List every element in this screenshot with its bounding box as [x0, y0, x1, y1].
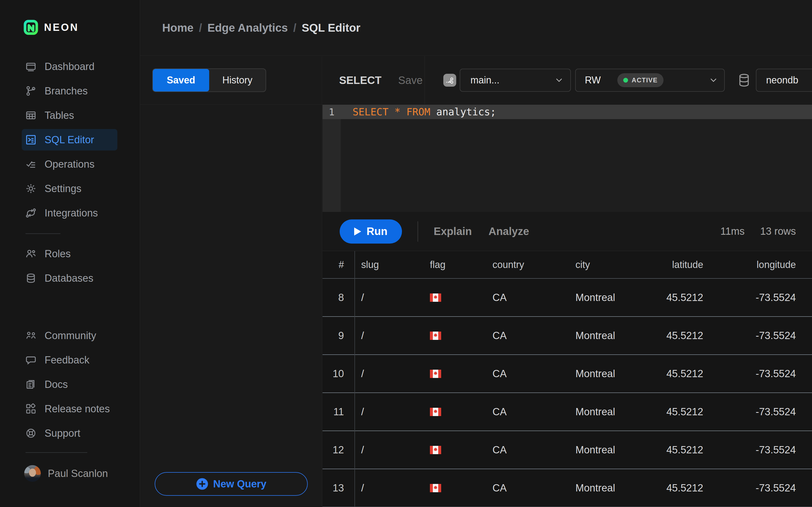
docs-icon [25, 378, 37, 391]
queries-panel-header: Saved History [140, 56, 322, 105]
neon-logo-icon [23, 19, 38, 35]
table-row[interactable]: 13 / CA Montreal 45.5212 -73.5524 [322, 469, 812, 507]
sql-editor-pane: SELECT Save main... RW [322, 56, 812, 507]
sidebar-item-feedback[interactable]: Feedback [22, 349, 117, 371]
sidebar-item-label: Dashboard [45, 61, 95, 72]
sidebar-item-databases[interactable]: Databases [22, 268, 117, 289]
sidebar-item-support[interactable]: Support [22, 422, 117, 444]
sidebar: NEON Dashboard Branches Tables [0, 0, 140, 507]
top-bar: Home / Edge Analytics / SQL Editor [140, 0, 812, 56]
cell-latitude: 45.5212 [659, 330, 706, 341]
support-icon [25, 427, 37, 439]
cell-city: Montreal [569, 330, 659, 341]
roles-icon [25, 247, 37, 260]
results-table-header: # slug flag country city latitude longit… [322, 251, 812, 279]
cell-city: Montreal [569, 482, 659, 494]
cell-index: 10 [322, 368, 355, 380]
statement-type-label: SELECT [339, 74, 382, 87]
dashboard-icon [25, 60, 37, 73]
sidebar-item-docs[interactable]: Docs [22, 374, 117, 395]
compute-select[interactable]: RW ACTIVE [575, 69, 725, 92]
tab-history[interactable]: History [209, 69, 265, 92]
sidebar-item-label: Settings [45, 183, 81, 194]
sql-statement: SELECT * FROM analytics; [353, 106, 496, 118]
sidebar-item-label: Community [45, 330, 96, 341]
feedback-icon [25, 354, 37, 366]
save-query-button[interactable]: Save [398, 74, 423, 87]
sidebar-item-operations[interactable]: Operations [22, 154, 117, 175]
table-row[interactable]: 9 / CA Montreal 45.5212 -73.5524 [322, 317, 812, 355]
cell-slug: / [355, 368, 423, 380]
cell-city: Montreal [569, 292, 659, 303]
cell-country: CA [489, 330, 569, 341]
cell-latitude: 45.5212 [659, 292, 706, 303]
results-table: # slug flag country city latitude longit… [322, 251, 812, 507]
run-button[interactable]: Run [340, 219, 402, 243]
table-row[interactable]: 10 / CA Montreal 45.5212 -73.5524 [322, 355, 812, 393]
sidebar-nav-secondary: Roles Databases [0, 243, 140, 289]
table-row[interactable]: 11 / CA Montreal 45.5212 -73.5524 [322, 393, 812, 431]
sidebar-item-release-notes[interactable]: Release notes [22, 398, 117, 419]
neon-console: NEON Dashboard Branches Tables [0, 0, 812, 507]
sql-code-editor[interactable]: 1 SELECT * FROM analytics; [322, 105, 812, 212]
sidebar-item-tables[interactable]: Tables [22, 105, 117, 126]
explain-button[interactable]: Explain [434, 225, 472, 237]
editor-toolbar: SELECT Save main... RW [322, 56, 812, 105]
sidebar-item-community[interactable]: Community [22, 325, 117, 346]
sidebar-item-dashboard[interactable]: Dashboard [22, 56, 117, 77]
sql-editor-icon [25, 133, 37, 146]
cell-latitude: 45.5212 [659, 406, 706, 418]
column-header-latitude: latitude [659, 259, 706, 270]
new-query-label: New Query [213, 478, 267, 490]
sidebar-item-branches[interactable]: Branches [22, 80, 117, 102]
index-column-divider [354, 251, 355, 507]
branch-select-value: main... [470, 74, 499, 86]
plus-circle-icon [196, 478, 208, 490]
database-icon [738, 73, 751, 88]
brand-logo[interactable]: NEON [23, 19, 140, 36]
community-icon [25, 329, 37, 342]
canada-flag-icon [423, 408, 489, 416]
canada-flag-icon [423, 484, 489, 492]
cell-country: CA [489, 444, 569, 456]
cell-city: Montreal [569, 406, 659, 418]
compute-status-badge: ACTIVE [617, 73, 663, 87]
new-query-button[interactable]: New Query [155, 472, 308, 496]
actions-divider [417, 221, 418, 242]
branch-select[interactable]: main... [460, 69, 571, 92]
table-row[interactable]: 12 / CA Montreal 45.5212 -73.5524 [322, 431, 812, 469]
breadcrumb-home[interactable]: Home [162, 21, 194, 34]
branch-compare-button[interactable] [443, 74, 456, 87]
sidebar-item-integrations[interactable]: Integrations [22, 202, 117, 224]
query-duration: 11ms [720, 226, 745, 237]
sidebar-item-label: Release notes [45, 403, 110, 415]
canada-flag-icon [423, 332, 489, 340]
sidebar-item-label: Tables [45, 110, 74, 121]
cell-longitude: -73.5524 [706, 482, 812, 494]
sidebar-item-label: Branches [45, 85, 88, 97]
analyze-button[interactable]: Analyze [489, 225, 529, 237]
cell-slug: / [355, 444, 423, 456]
connection-controls: main... RW ACTIVE [425, 56, 812, 104]
database-select[interactable]: neondb [756, 69, 812, 92]
cell-longitude: -73.5524 [706, 444, 812, 456]
sidebar-item-roles[interactable]: Roles [22, 243, 117, 265]
table-row[interactable]: 8 / CA Montreal 45.5212 -73.5524 [322, 279, 812, 317]
query-actions-bar: Run Explain Analyze 11ms 13 rows [322, 212, 812, 251]
breadcrumb: Home / Edge Analytics / SQL Editor [162, 21, 360, 34]
compute-select-value: RW [585, 74, 601, 86]
column-header-index: # [322, 259, 355, 270]
queries-panel: Saved History New Query [140, 56, 322, 507]
cell-country: CA [489, 406, 569, 418]
tab-saved[interactable]: Saved [153, 69, 209, 92]
active-code-line[interactable]: 1 SELECT * FROM analytics; [322, 105, 812, 119]
sidebar-item-sql-editor[interactable]: SQL Editor [22, 129, 117, 151]
user-menu[interactable]: Paul Scanlon [24, 465, 140, 482]
sidebar-item-settings[interactable]: Settings [22, 178, 117, 199]
database-select-value: neondb [766, 74, 798, 86]
sidebar-item-label: Feedback [45, 354, 89, 366]
brand-name: NEON [44, 22, 79, 33]
cell-slug: / [355, 330, 423, 341]
saved-history-toggle: Saved History [152, 68, 266, 92]
breadcrumb-project[interactable]: Edge Analytics [207, 21, 288, 34]
